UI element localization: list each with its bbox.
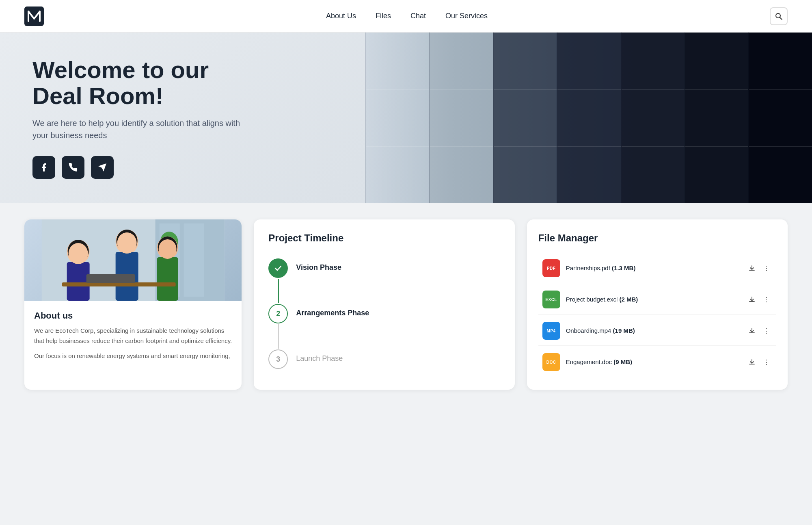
file-item-budget[interactable]: EXCL Project budget.excl (2 MB) ⋮ (538, 285, 776, 315)
file-info-budget: Project budget.excl (2 MB) (566, 296, 741, 303)
file-info-partnerships: Partnerships.pdf (1.3 MB) (566, 265, 741, 272)
timeline-item-launch: 3 Launch Phase (268, 349, 500, 369)
timeline-connector-3: 3 (268, 349, 288, 369)
file-actions-engagement: ⋮ (746, 356, 772, 368)
more-button-budget[interactable]: ⋮ (761, 294, 772, 305)
file-info-onboarding: Onboarding.mp4 (19 MB) (566, 327, 741, 334)
timeline-line-2 (278, 324, 279, 349)
hero-social-buttons (32, 156, 252, 179)
timeline-label-launch: Launch Phase (296, 349, 343, 363)
telegram-button[interactable] (91, 156, 114, 179)
file-name-onboarding: Onboarding.mp4 (19 MB) (566, 327, 635, 334)
timeline-connector-1 (268, 258, 288, 304)
timeline-circle-3: 3 (268, 349, 288, 369)
svg-rect-10 (67, 262, 90, 301)
file-item-engagement[interactable]: DOC Engagement.doc (9 MB) ⋮ (538, 347, 776, 377)
launch-phase-label: Launch Phase (296, 354, 343, 362)
timeline-item-vision: Vision Phase (268, 258, 500, 304)
svg-rect-18 (157, 257, 178, 301)
search-button[interactable] (770, 7, 788, 25)
main-content: About us We are EcoTech Corp, specializi… (0, 203, 812, 406)
timeline-label-arrangements: Arrangements Phase (296, 304, 369, 317)
download-button-onboarding[interactable] (746, 325, 758, 336)
hero-section: Welcome to our Deal Room! We are here to… (0, 33, 812, 203)
about-paragraph-2: Our focus is on renewable energy systems… (34, 351, 232, 361)
nav-chat[interactable]: Chat (410, 12, 426, 20)
hero-grid-decoration (365, 33, 812, 203)
whatsapp-button[interactable] (62, 156, 84, 179)
timeline: Vision Phase 2 Arrangements Phase (268, 258, 500, 369)
about-body: About us We are EcoTech Corp, specializi… (24, 301, 242, 374)
file-badge-pdf: PDF (542, 259, 560, 277)
file-actions-onboarding: ⋮ (746, 325, 772, 336)
nav-our-services[interactable]: Our Services (445, 12, 488, 20)
file-item-onboarding[interactable]: MP4 Onboarding.mp4 (19 MB) ⋮ (538, 316, 776, 346)
download-icon (749, 265, 755, 271)
file-info-engagement: Engagement.doc (9 MB) (566, 358, 741, 366)
file-name-partnerships: Partnerships.pdf (1.3 MB) (566, 265, 636, 271)
download-icon (749, 359, 755, 365)
file-badge-mp4: MP4 (542, 322, 560, 340)
more-button-engagement[interactable]: ⋮ (761, 356, 772, 368)
timeline-number-3: 3 (276, 355, 280, 364)
people-illustration (24, 219, 242, 301)
file-actions-partnerships: ⋮ (746, 262, 772, 274)
file-badge-doc: DOC (542, 353, 560, 371)
svg-point-12 (69, 243, 88, 264)
file-actions-budget: ⋮ (746, 294, 772, 305)
nav-files[interactable]: Files (376, 12, 391, 20)
file-manager-title: File Manager (538, 232, 776, 244)
download-button-budget[interactable] (746, 294, 758, 305)
timeline-connector-2: 2 (268, 304, 288, 349)
more-button-onboarding[interactable]: ⋮ (761, 325, 772, 336)
logo-icon (24, 7, 44, 26)
file-item-partnerships[interactable]: PDF Partnerships.pdf (1.3 MB) ⋮ (538, 254, 776, 283)
checkmark-icon (274, 264, 283, 273)
download-icon (749, 296, 755, 303)
svg-line-1 (780, 17, 782, 20)
whatsapp-icon (68, 163, 78, 172)
navbar: About Us Files Chat Our Services (0, 0, 812, 33)
svg-rect-22 (86, 274, 135, 283)
timeline-line-1 (278, 279, 279, 303)
facebook-icon (39, 163, 49, 172)
about-image (24, 219, 242, 301)
download-icon (749, 328, 755, 334)
file-badge-excl: EXCL (542, 291, 560, 308)
file-name-engagement: Engagement.doc (9 MB) (566, 358, 632, 365)
hero-subtitle: We are here to help you identify a solut… (32, 117, 252, 141)
nav-about-us[interactable]: About Us (326, 12, 356, 20)
logo[interactable] (24, 7, 44, 26)
svg-point-16 (117, 232, 137, 254)
timeline-circle-2: 2 (268, 304, 288, 323)
file-manager-card: File Manager PDF Partnerships.pdf (1.3 M… (527, 219, 788, 390)
search-icon (775, 12, 783, 20)
svg-rect-5 (184, 223, 204, 297)
about-card: About us We are EcoTech Corp, specializi… (24, 219, 242, 390)
hero-title: Welcome to our Deal Room! (32, 57, 252, 109)
download-button-engagement[interactable] (746, 356, 758, 368)
about-paragraph-1: We are EcoTech Corp, specializing in sus… (34, 326, 232, 346)
timeline-card: Project Timeline Vision Phase (254, 219, 514, 390)
download-button-partnerships[interactable] (746, 262, 758, 274)
arrangements-phase-label: Arrangements Phase (296, 309, 369, 317)
file-list: PDF Partnerships.pdf (1.3 MB) ⋮ (538, 254, 776, 377)
more-button-partnerships[interactable]: ⋮ (761, 262, 772, 274)
facebook-button[interactable] (32, 156, 55, 179)
vision-phase-label: Vision Phase (296, 263, 341, 271)
timeline-number-2: 2 (276, 310, 280, 318)
telegram-icon (97, 163, 107, 172)
timeline-circle-1 (268, 258, 288, 278)
nav-links: About Us Files Chat Our Services (326, 12, 488, 20)
hero-content: Welcome to our Deal Room! We are here to… (0, 57, 284, 179)
timeline-item-arrangements: 2 Arrangements Phase (268, 304, 500, 349)
timeline-label-vision: Vision Phase (296, 258, 341, 272)
about-title: About us (34, 310, 232, 321)
file-name-budget: Project budget.excl (2 MB) (566, 296, 638, 303)
svg-point-20 (159, 239, 177, 259)
timeline-title: Project Timeline (268, 232, 500, 244)
